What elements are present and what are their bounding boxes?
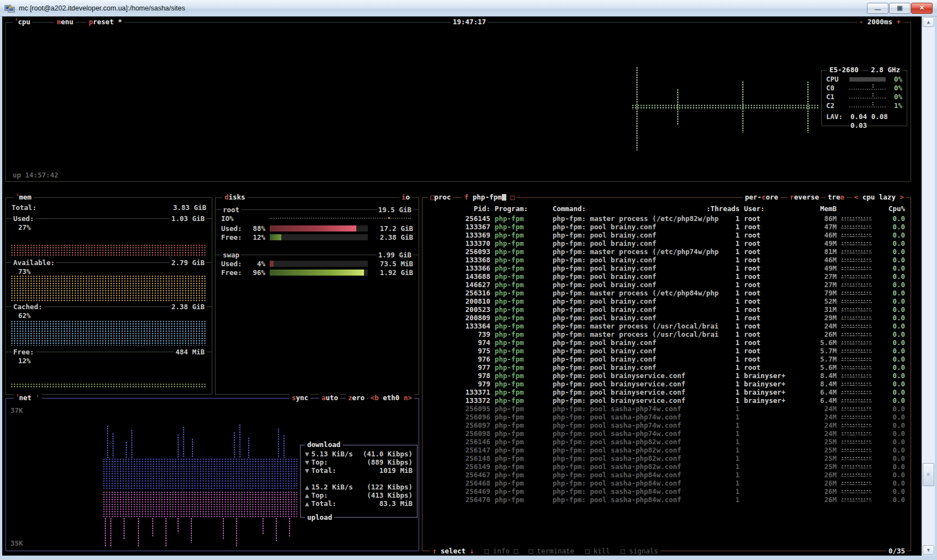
reverse-toggle[interactable]: reverse bbox=[788, 193, 821, 201]
sort-prev-button[interactable]: < bbox=[854, 193, 859, 201]
upload-top-label: Top: bbox=[312, 491, 328, 499]
process-row[interactable]: 974 php-fpm php-fpm: pool brainy.conf 1 … bbox=[422, 338, 911, 347]
cpu-total-meter bbox=[849, 77, 886, 82]
process-row[interactable]: 256146 php-fpm php-fpm: pool sasha-php82… bbox=[422, 438, 911, 446]
sync-button[interactable]: sync bbox=[290, 394, 310, 402]
process-row[interactable]: 200523 php-fpm php-fpm: pool brainy.conf… bbox=[422, 305, 911, 314]
net-stats-box: download upload ▼5.13 KiB/s(41.0 Kibps) … bbox=[300, 445, 417, 518]
upload-graph-spike bbox=[190, 518, 192, 543]
maximize-button[interactable]: ▣ bbox=[889, 3, 911, 14]
process-row[interactable]: 256470 php-fpm php-fpm: pool sasha-php84… bbox=[422, 496, 911, 504]
mem-free-meter bbox=[10, 383, 206, 389]
process-row[interactable]: 256467 php-fpm php-fpm: pool sasha-php84… bbox=[422, 471, 911, 479]
cpu-meter-dots bbox=[841, 399, 872, 402]
process-row[interactable]: 133372 php-fpm php-fpm: pool brainyservi… bbox=[422, 396, 911, 405]
mem-total-value: 3.83 GiB bbox=[173, 203, 206, 212]
process-row[interactable]: 256098 php-fpm php-fpm: pool sasha-php74… bbox=[422, 429, 911, 438]
download-top-bits: (889 Kibps) bbox=[367, 458, 413, 466]
process-row[interactable]: 256097 php-fpm php-fpm: pool sasha-php74… bbox=[422, 421, 911, 429]
close-button[interactable]: ✕ bbox=[911, 3, 933, 14]
minimize-button[interactable]: — bbox=[867, 3, 888, 14]
process-row[interactable]: 133364 php-fpm php-fpm: master process (… bbox=[422, 322, 911, 330]
memory-panel-title[interactable]: ²mem bbox=[14, 193, 34, 201]
per-core-toggle[interactable]: per-core bbox=[743, 193, 780, 201]
zero-button[interactable]: zero bbox=[346, 394, 367, 402]
cpu-panel: ¹cpu menu preset * 19:47:17 - 2000ms + E… bbox=[6, 22, 911, 182]
process-table-header: Pid: Program: Command: Threads: User: Me… bbox=[422, 204, 911, 213]
process-row[interactable]: 143688 php-fpm php-fpm: pool brainy.conf… bbox=[422, 272, 911, 281]
io-activity-dot bbox=[388, 217, 390, 219]
disks-panel-title[interactable]: disks bbox=[222, 193, 248, 201]
download-top-label: Top: bbox=[312, 458, 328, 466]
sort-selector[interactable]: < cpu lazy > bbox=[852, 193, 906, 201]
process-row[interactable]: 739 php-fpm php-fpm: master process (/us… bbox=[422, 330, 911, 338]
select-button[interactable]: select bbox=[441, 547, 465, 555]
process-row[interactable]: 978 php-fpm php-fpm: pool brainyservice.… bbox=[422, 371, 911, 380]
process-row[interactable]: 200810 php-fpm php-fpm: pool brainy.conf… bbox=[422, 297, 911, 305]
process-row[interactable]: 133371 php-fpm php-fpm: pool brainyservi… bbox=[422, 388, 911, 396]
scroll-up-button[interactable]: ▲ bbox=[923, 17, 934, 27]
tree-toggle[interactable]: tree bbox=[826, 193, 847, 201]
io-mode-button[interactable]: io bbox=[399, 193, 412, 201]
cpu-meter-dots bbox=[841, 241, 872, 245]
process-row[interactable]: 256147 php-fpm php-fpm: pool sasha-php82… bbox=[422, 446, 911, 454]
swap-free-row: Free:96% 1.92 GiB bbox=[216, 268, 419, 277]
mem-free-row: Free:484 MiB bbox=[6, 348, 212, 356]
interval-plus-button[interactable]: + bbox=[896, 18, 901, 26]
upload-total-label: Total: bbox=[312, 499, 336, 508]
menu-button[interactable]: menu bbox=[55, 18, 76, 26]
terminal-scrollbar[interactable]: ▲ ▼ bbox=[922, 17, 935, 556]
window-title: mc [root@a202.itdeveloper.com.ua]:/home/… bbox=[19, 4, 867, 12]
filter-clear-button[interactable]: □ bbox=[510, 193, 515, 201]
preset-button[interactable]: preset * bbox=[87, 18, 124, 26]
kill-button[interactable]: □ kill bbox=[585, 547, 610, 555]
process-row[interactable]: 979 php-fpm php-fpm: pool brainyservice.… bbox=[422, 380, 911, 388]
cpu-meter-dots bbox=[841, 489, 872, 493]
network-panel-title[interactable]: ³net ' bbox=[14, 394, 42, 402]
select-up-arrow[interactable]: ↑ bbox=[432, 547, 437, 555]
process-row[interactable]: 133366 php-fpm php-fpm: pool brainy.conf… bbox=[422, 264, 911, 272]
process-row[interactable]: 976 php-fpm php-fpm: pool brainy.conf 1 … bbox=[422, 355, 911, 363]
process-row[interactable]: 256468 php-fpm php-fpm: pool sasha-php84… bbox=[422, 479, 911, 487]
cpu-meter-dots bbox=[841, 341, 872, 344]
process-row[interactable]: 200809 php-fpm php-fpm: pool brainy.conf… bbox=[422, 314, 911, 322]
cpu-panel-title[interactable]: ¹cpu bbox=[13, 18, 33, 26]
cpu-meter-dots bbox=[841, 440, 872, 444]
upload-scale-label: 35K bbox=[10, 539, 23, 547]
select-down-arrow[interactable]: ↓ bbox=[470, 547, 474, 555]
signals-button[interactable]: □ signals bbox=[621, 547, 658, 555]
interface-switcher[interactable]: <b eth0 n> bbox=[368, 394, 414, 402]
interval-control[interactable]: - 2000ms + bbox=[857, 18, 903, 26]
process-row[interactable]: 256096 php-fpm php-fpm: pool sasha-php74… bbox=[422, 413, 911, 421]
process-row[interactable]: 256093 php-fpm php-fpm: master process (… bbox=[422, 247, 911, 256]
process-row[interactable]: 256316 php-fpm php-fpm: master process (… bbox=[422, 289, 911, 297]
upload-graph-spike bbox=[262, 518, 264, 534]
process-row[interactable]: 256095 php-fpm php-fpm: pool sasha-php74… bbox=[422, 405, 911, 413]
process-row[interactable]: 256145 php-fpm php-fpm: master process (… bbox=[422, 214, 911, 223]
info-button[interactable]: □ info □ bbox=[485, 547, 518, 555]
process-row[interactable]: 133369 php-fpm php-fpm: pool brainy.conf… bbox=[422, 231, 911, 239]
process-row[interactable]: 256469 php-fpm php-fpm: pool sasha-php84… bbox=[422, 487, 911, 496]
interval-minus-button[interactable]: - bbox=[859, 18, 864, 26]
auto-button[interactable]: auto bbox=[319, 394, 340, 402]
cpu-meter-dots bbox=[841, 481, 872, 485]
process-row[interactable]: 256149 php-fpm php-fpm: pool sasha-php82… bbox=[422, 462, 911, 471]
process-filter-input[interactable]: f php-fpm □ bbox=[462, 193, 517, 201]
process-panel-title[interactable]: □proc bbox=[428, 193, 453, 201]
titlebar[interactable]: mc [root@a202.itdeveloper.com.ua]:/home/… bbox=[0, 0, 937, 17]
process-row[interactable]: 975 php-fpm php-fpm: pool brainy.conf 1 … bbox=[422, 347, 911, 355]
scroll-down-button[interactable]: ▼ bbox=[923, 545, 934, 555]
sort-next-button[interactable]: > bbox=[899, 193, 904, 201]
cpu-graph-spike bbox=[807, 81, 809, 133]
process-row[interactable]: 133370 php-fpm php-fpm: pool brainy.conf… bbox=[422, 239, 911, 247]
terminate-button[interactable]: □ terminate bbox=[529, 547, 575, 555]
scroll-thumb[interactable] bbox=[923, 463, 934, 486]
cpu-meter-dots bbox=[841, 465, 872, 469]
process-row[interactable]: 977 php-fpm php-fpm: pool brainy.conf 1 … bbox=[422, 363, 911, 371]
process-row[interactable]: 256148 php-fpm php-fpm: pool sasha-php82… bbox=[422, 454, 911, 462]
cpu-meter-dots bbox=[841, 258, 872, 262]
download-speed-bits: (41.0 Kibps) bbox=[363, 450, 413, 458]
process-row[interactable]: 133367 php-fpm php-fpm: pool brainy.conf… bbox=[422, 223, 911, 231]
process-row[interactable]: 146627 php-fpm php-fpm: pool brainy.conf… bbox=[422, 281, 911, 289]
process-row[interactable]: 133368 php-fpm php-fpm: pool brainy.conf… bbox=[422, 256, 911, 264]
